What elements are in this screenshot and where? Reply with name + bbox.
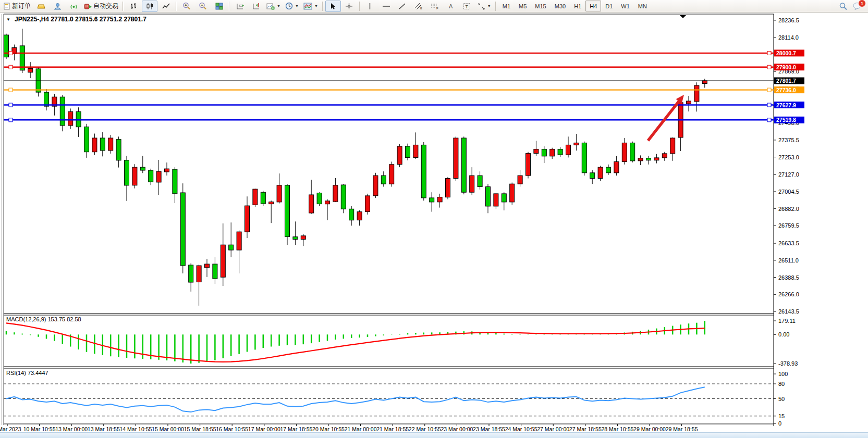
horizontal-level-27900.0[interactable]: 27900.0 <box>4 64 804 70</box>
toolbar-separator <box>229 2 230 11</box>
svg-text:T: T <box>466 4 469 9</box>
text-icon: A <box>447 3 454 10</box>
line-handle[interactable] <box>9 65 13 69</box>
timeframe-M5[interactable]: M5 <box>515 1 531 11</box>
line-handle[interactable] <box>767 118 771 122</box>
line-handle[interactable] <box>767 88 771 92</box>
timeframe-H4[interactable]: H4 <box>585 1 601 11</box>
timeframe-M30[interactable]: M30 <box>551 1 570 11</box>
search-icon[interactable] <box>839 2 848 10</box>
zoom-out-button[interactable] <box>195 1 211 12</box>
candlestick-chart-icon <box>146 3 154 10</box>
svg-text:26511.0: 26511.0 <box>778 257 799 264</box>
svg-text:27801.7: 27801.7 <box>776 78 796 84</box>
arrows-icon <box>478 3 485 10</box>
svg-text:29 Mar 00:00: 29 Mar 00:00 <box>633 426 666 432</box>
line-handle[interactable] <box>767 103 771 107</box>
svg-text:0.00: 0.00 <box>778 331 789 337</box>
macd-pane-label: MACD(12,26,9) 153.75 82.58 <box>6 316 81 322</box>
tile-windows-icon <box>215 3 223 10</box>
new-order-icon <box>3 3 10 10</box>
line-handle[interactable] <box>9 103 13 107</box>
notification-badge: 1 <box>858 0 866 7</box>
autotrade-icon <box>84 3 92 10</box>
svg-text:21 Mar 00:00: 21 Mar 00:00 <box>345 426 377 432</box>
svg-text:21 Mar 18:55: 21 Mar 18:55 <box>376 426 409 432</box>
horizontal-level-27519.8[interactable]: 27519.8 <box>4 117 804 123</box>
svg-text:0: 0 <box>778 420 781 427</box>
periods-button[interactable]: ▼ <box>283 1 301 12</box>
auto-scroll-button[interactable] <box>232 1 248 12</box>
timeframe-W1[interactable]: W1 <box>617 1 634 11</box>
line-handle[interactable] <box>767 65 771 69</box>
svg-text:26143.5: 26143.5 <box>778 308 799 315</box>
timeframe-M1[interactable]: M1 <box>498 1 515 11</box>
svg-text:26266.0: 26266.0 <box>778 291 799 297</box>
chart-shift-marker-icon[interactable] <box>680 15 686 18</box>
horizontal-level-27736.0[interactable]: 27736.0 <box>4 86 804 93</box>
line-handle[interactable] <box>767 51 771 55</box>
svg-text:F: F <box>436 7 438 10</box>
bar-chart-mode-button[interactable] <box>126 1 141 12</box>
auto-scroll-icon <box>236 3 244 10</box>
toolbar-separator <box>495 2 496 11</box>
new-order-button[interactable]: 新订单 <box>1 1 33 12</box>
price-tag-label: 27519.8 <box>776 117 796 123</box>
fibonacci-tool-button[interactable]: F <box>427 1 443 12</box>
macd-axis: 179.110.00-378.93 <box>774 318 798 367</box>
horizontal-line-icon <box>382 3 390 10</box>
timeframe-MN[interactable]: MN <box>634 1 651 11</box>
label-tool-button[interactable]: T <box>459 1 475 12</box>
rsi-pane-label: RSI(14) 73.4447 <box>6 370 48 376</box>
toolbar-right-icons: 1 <box>839 2 868 10</box>
templates-button[interactable]: ▼ <box>301 1 320 12</box>
new-chart-button[interactable]: ▼ <box>264 1 283 12</box>
chart-area[interactable]: 28236.528114.027991.527869.027746.527624… <box>0 12 868 432</box>
horizontal-level-27627.9[interactable]: 27627.9 <box>4 102 804 108</box>
trendline-icon <box>398 3 406 10</box>
notifications-button[interactable]: 1 <box>853 2 862 10</box>
chart-shift-button[interactable] <box>248 1 264 12</box>
main-toolbar: 新订单 自动交易 ▼ ▼ <box>0 0 868 12</box>
crosshair-tool-button[interactable] <box>341 1 357 12</box>
horizontal-line-tool-button[interactable] <box>378 1 394 12</box>
svg-text:26759.5: 26759.5 <box>778 222 799 229</box>
community-person-icon <box>54 3 62 10</box>
dropdown-caret-icon: ▼ <box>487 4 491 8</box>
autotrade-button[interactable]: 自动交易 <box>82 1 120 12</box>
svg-text:27253.0: 27253.0 <box>778 154 799 160</box>
svg-text:A: A <box>449 3 453 9</box>
arrows-tool-button[interactable]: ▼ <box>475 1 493 12</box>
timeframe-H1[interactable]: H1 <box>570 1 585 11</box>
candlestick-series <box>4 29 707 306</box>
timeframe-D1[interactable]: D1 <box>601 1 617 11</box>
svg-text:20 Mar 10:55: 20 Mar 10:55 <box>312 426 345 432</box>
vertical-line-tool-button[interactable] <box>362 1 378 12</box>
chart-shift-icon <box>252 3 260 10</box>
text-tool-button[interactable]: A <box>443 1 459 12</box>
symbol-dropdown-icon[interactable]: ▼ <box>6 17 10 22</box>
timeframe-M15[interactable]: M15 <box>531 1 550 11</box>
price-axis: 28236.528114.027991.527869.027746.527624… <box>774 17 799 315</box>
svg-text:23 Mar 00:00: 23 Mar 00:00 <box>441 426 473 432</box>
tile-windows-button[interactable] <box>211 1 227 12</box>
horizontal-level-28000.7[interactable]: 28000.7 <box>4 49 804 56</box>
svg-text:15: 15 <box>778 413 785 419</box>
svg-text:179.11: 179.11 <box>778 318 796 324</box>
line-chart-mode-button[interactable] <box>158 1 174 12</box>
svg-text:16 Mar 10:55: 16 Mar 10:55 <box>216 426 248 432</box>
zoom-in-button[interactable] <box>179 1 194 12</box>
line-handle[interactable] <box>9 88 13 92</box>
equidistant-channel-tool-button[interactable]: E <box>411 1 426 12</box>
signals-button[interactable] <box>66 1 81 12</box>
cursor-tool-button[interactable] <box>325 1 341 12</box>
timeframe-switcher: M1M5M15M30H1H4D1W1MN <box>498 1 651 11</box>
svg-text:E: E <box>420 7 422 10</box>
candlestick-mode-button[interactable] <box>142 1 157 12</box>
line-handle[interactable] <box>9 118 13 122</box>
trendline-tool-button[interactable] <box>395 1 410 12</box>
market-depth-button[interactable] <box>33 1 49 12</box>
community-button[interactable] <box>50 1 65 12</box>
line-handle[interactable] <box>9 51 13 55</box>
svg-text:27004.5: 27004.5 <box>778 189 799 195</box>
